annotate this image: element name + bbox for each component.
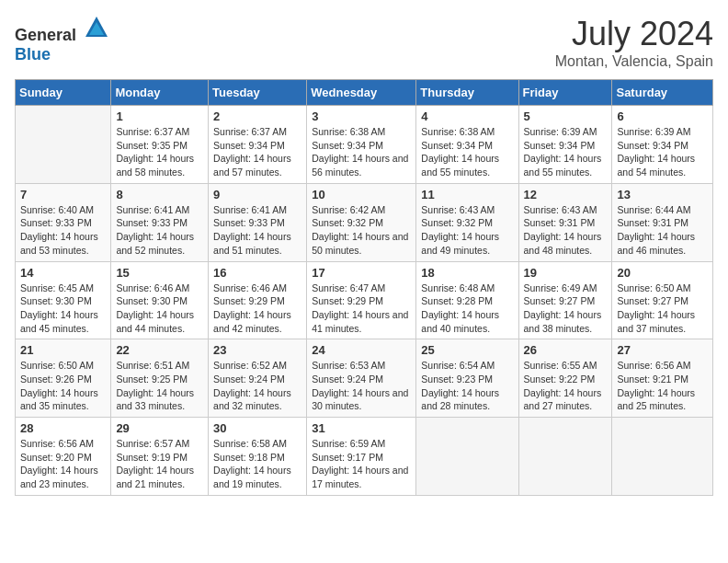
day-number: 8	[116, 188, 203, 201]
calendar-cell: 21Sunrise: 6:50 AMSunset: 9:26 PMDayligh…	[16, 339, 111, 418]
day-number: 17	[312, 266, 411, 280]
day-number: 9	[213, 188, 301, 201]
calendar-subtitle: Montan, Valencia, Spain	[555, 53, 713, 70]
day-number: 19	[524, 266, 608, 280]
logo-text: General Blue	[15, 15, 109, 64]
cell-content: Sunrise: 6:45 AMSunset: 9:30 PMDaylight:…	[20, 282, 106, 336]
day-number: 29	[116, 421, 203, 435]
calendar-cell: 27Sunrise: 6:56 AMSunset: 9:21 PMDayligh…	[612, 339, 713, 418]
calendar-cell	[16, 106, 111, 184]
day-number: 16	[213, 266, 301, 280]
calendar-cell: 17Sunrise: 6:47 AMSunset: 9:29 PMDayligh…	[307, 261, 416, 339]
cell-content: Sunrise: 6:42 AMSunset: 9:32 PMDaylight:…	[312, 203, 411, 258]
calendar-body: 1Sunrise: 6:37 AMSunset: 9:35 PMDaylight…	[16, 106, 713, 496]
calendar-cell: 16Sunrise: 6:46 AMSunset: 9:29 PMDayligh…	[209, 261, 307, 339]
day-number: 14	[20, 266, 106, 280]
cell-content: Sunrise: 6:37 AMSunset: 9:34 PMDaylight:…	[213, 125, 301, 179]
header-day-sunday: Sunday	[16, 80, 111, 106]
day-number: 3	[312, 109, 411, 123]
calendar-title: July 2024	[555, 15, 713, 53]
week-row-5: 28Sunrise: 6:56 AMSunset: 9:20 PMDayligh…	[16, 418, 713, 496]
day-number: 1	[116, 109, 203, 123]
cell-content: Sunrise: 6:55 AMSunset: 9:22 PMDaylight:…	[524, 359, 608, 413]
calendar-cell: 4Sunrise: 6:38 AMSunset: 9:34 PMDaylight…	[416, 106, 518, 184]
cell-content: Sunrise: 6:49 AMSunset: 9:27 PMDaylight:…	[524, 282, 608, 336]
cell-content: Sunrise: 6:48 AMSunset: 9:28 PMDaylight:…	[421, 282, 513, 336]
calendar-cell: 7Sunrise: 6:40 AMSunset: 9:33 PMDaylight…	[16, 183, 111, 261]
calendar-cell: 2Sunrise: 6:37 AMSunset: 9:34 PMDaylight…	[209, 106, 307, 184]
cell-content: Sunrise: 6:57 AMSunset: 9:19 PMDaylight:…	[116, 437, 203, 491]
cell-content: Sunrise: 6:46 AMSunset: 9:30 PMDaylight:…	[116, 282, 203, 336]
cell-content: Sunrise: 6:44 AMSunset: 9:31 PMDaylight:…	[617, 203, 708, 258]
calendar-cell: 3Sunrise: 6:38 AMSunset: 9:34 PMDaylight…	[307, 106, 416, 184]
calendar-cell: 30Sunrise: 6:58 AMSunset: 9:18 PMDayligh…	[209, 418, 307, 496]
day-number: 26	[524, 343, 608, 357]
day-number: 25	[421, 343, 513, 357]
cell-content: Sunrise: 6:40 AMSunset: 9:33 PMDaylight:…	[20, 203, 106, 258]
calendar-cell: 8Sunrise: 6:41 AMSunset: 9:33 PMDaylight…	[111, 183, 209, 261]
header-day-monday: Monday	[111, 80, 209, 106]
calendar-cell: 11Sunrise: 6:43 AMSunset: 9:32 PMDayligh…	[416, 183, 518, 261]
calendar-cell: 28Sunrise: 6:56 AMSunset: 9:20 PMDayligh…	[16, 418, 111, 496]
logo-general: General	[15, 26, 76, 44]
title-block: July 2024 Montan, Valencia, Spain	[555, 15, 713, 70]
page-header: General Blue July 2024 Montan, Valencia,…	[15, 15, 713, 70]
day-number: 12	[524, 188, 608, 201]
week-row-4: 21Sunrise: 6:50 AMSunset: 9:26 PMDayligh…	[16, 339, 713, 418]
calendar-cell: 29Sunrise: 6:57 AMSunset: 9:19 PMDayligh…	[111, 418, 209, 496]
day-number: 10	[312, 188, 411, 201]
calendar-header: SundayMondayTuesdayWednesdayThursdayFrid…	[16, 80, 713, 106]
day-number: 20	[617, 266, 708, 280]
cell-content: Sunrise: 6:56 AMSunset: 9:21 PMDaylight:…	[617, 359, 708, 413]
day-number: 15	[116, 266, 203, 280]
header-day-thursday: Thursday	[416, 80, 518, 106]
calendar-cell: 6Sunrise: 6:39 AMSunset: 9:34 PMDaylight…	[612, 106, 713, 184]
calendar-cell: 12Sunrise: 6:43 AMSunset: 9:31 PMDayligh…	[518, 183, 612, 261]
day-number: 24	[312, 343, 411, 357]
cell-content: Sunrise: 6:41 AMSunset: 9:33 PMDaylight:…	[116, 203, 203, 258]
logo: General Blue	[15, 15, 109, 64]
cell-content: Sunrise: 6:51 AMSunset: 9:25 PMDaylight:…	[116, 359, 203, 413]
calendar-cell: 10Sunrise: 6:42 AMSunset: 9:32 PMDayligh…	[307, 183, 416, 261]
cell-content: Sunrise: 6:39 AMSunset: 9:34 PMDaylight:…	[617, 125, 708, 179]
day-number: 18	[421, 266, 513, 280]
cell-content: Sunrise: 6:52 AMSunset: 9:24 PMDaylight:…	[213, 359, 301, 413]
calendar-cell: 19Sunrise: 6:49 AMSunset: 9:27 PMDayligh…	[518, 261, 612, 339]
day-number: 22	[116, 343, 203, 357]
calendar-cell: 1Sunrise: 6:37 AMSunset: 9:35 PMDaylight…	[111, 106, 209, 184]
day-number: 2	[213, 109, 301, 123]
calendar-cell: 15Sunrise: 6:46 AMSunset: 9:30 PMDayligh…	[111, 261, 209, 339]
cell-content: Sunrise: 6:46 AMSunset: 9:29 PMDaylight:…	[213, 282, 301, 336]
calendar-cell	[518, 418, 612, 496]
cell-content: Sunrise: 6:38 AMSunset: 9:34 PMDaylight:…	[312, 125, 411, 179]
cell-content: Sunrise: 6:54 AMSunset: 9:23 PMDaylight:…	[421, 359, 513, 413]
logo-blue: Blue	[15, 45, 51, 63]
calendar-cell: 23Sunrise: 6:52 AMSunset: 9:24 PMDayligh…	[209, 339, 307, 418]
cell-content: Sunrise: 6:38 AMSunset: 9:34 PMDaylight:…	[421, 125, 513, 179]
day-number: 4	[421, 109, 513, 123]
header-day-tuesday: Tuesday	[209, 80, 307, 106]
day-number: 21	[20, 343, 106, 357]
week-row-3: 14Sunrise: 6:45 AMSunset: 9:30 PMDayligh…	[16, 261, 713, 339]
cell-content: Sunrise: 6:43 AMSunset: 9:31 PMDaylight:…	[524, 203, 608, 258]
cell-content: Sunrise: 6:43 AMSunset: 9:32 PMDaylight:…	[421, 203, 513, 258]
day-number: 13	[617, 188, 708, 201]
day-number: 23	[213, 343, 301, 357]
cell-content: Sunrise: 6:58 AMSunset: 9:18 PMDaylight:…	[213, 437, 301, 491]
header-day-saturday: Saturday	[612, 80, 713, 106]
logo-icon	[84, 15, 109, 40]
day-number: 11	[421, 188, 513, 201]
header-day-wednesday: Wednesday	[307, 80, 416, 106]
cell-content: Sunrise: 6:37 AMSunset: 9:35 PMDaylight:…	[116, 125, 203, 179]
calendar-cell: 13Sunrise: 6:44 AMSunset: 9:31 PMDayligh…	[612, 183, 713, 261]
calendar-cell: 9Sunrise: 6:41 AMSunset: 9:33 PMDaylight…	[209, 183, 307, 261]
day-number: 5	[524, 109, 608, 123]
calendar-cell: 22Sunrise: 6:51 AMSunset: 9:25 PMDayligh…	[111, 339, 209, 418]
calendar-cell: 24Sunrise: 6:53 AMSunset: 9:24 PMDayligh…	[307, 339, 416, 418]
day-number: 31	[312, 421, 411, 435]
cell-content: Sunrise: 6:50 AMSunset: 9:27 PMDaylight:…	[617, 282, 708, 336]
header-day-friday: Friday	[518, 80, 612, 106]
cell-content: Sunrise: 6:53 AMSunset: 9:24 PMDaylight:…	[312, 359, 411, 413]
calendar-cell: 14Sunrise: 6:45 AMSunset: 9:30 PMDayligh…	[16, 261, 111, 339]
week-row-2: 7Sunrise: 6:40 AMSunset: 9:33 PMDaylight…	[16, 183, 713, 261]
